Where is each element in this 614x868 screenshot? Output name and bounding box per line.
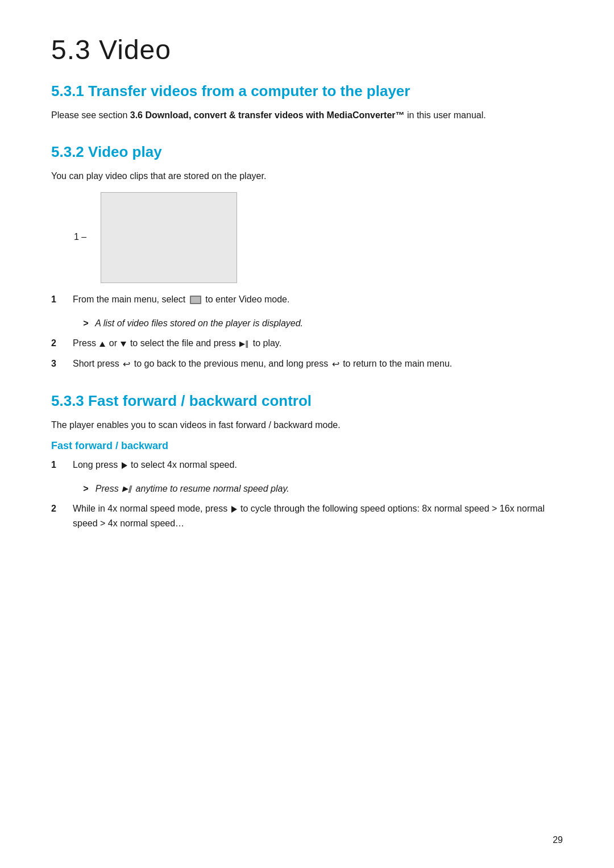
step-532-3-num: 3 [51, 356, 68, 371]
section-531-body: Please see section 3.6 Download, convert… [51, 108, 563, 123]
chevron-right-icon-2: > [83, 484, 88, 493]
section-532: 5.3.2 Video play You can play video clip… [51, 143, 563, 372]
step-532-1-sub-text: A list of video files stored on the play… [95, 318, 303, 328]
back-arrow-icon-2: ↩ [332, 357, 339, 372]
section-531-heading: 5.3.1 Transfer videos from a computer to… [51, 82, 563, 100]
section-533-heading: 5.3.3 Fast forward / backward control [51, 392, 563, 410]
section-532-heading: 5.3.2 Video play [51, 143, 563, 161]
step-533-1: 1 Long press to select 4x normal speed. [51, 458, 563, 472]
step-532-2: 2 Press or to select the file and press … [51, 336, 563, 351]
video-mode-icon [190, 296, 201, 304]
play-pause-icon: ▶‖ [239, 338, 249, 350]
step-533-1-sub: > Press ▶‖ anytime to resume normal spee… [83, 481, 563, 496]
step-533-2-num: 2 [51, 501, 68, 516]
step-532-1-sub: > A list of video files stored on the pl… [83, 316, 563, 331]
triangle-down-icon [121, 342, 126, 347]
section-531-text-bold: 3.6 Download, convert & transfer videos … [130, 110, 405, 120]
page-number: 29 [553, 835, 563, 845]
step-532-1-num: 1 [51, 292, 68, 307]
step-532-1-text: From the main menu, select to enter Vide… [73, 292, 289, 307]
section-533-steps-2: 2 While in 4x normal speed mode, press t… [51, 501, 563, 530]
section-531: 5.3.1 Transfer videos from a computer to… [51, 82, 563, 123]
chevron-right-icon: > [83, 318, 88, 328]
section-533-steps: 1 Long press to select 4x normal speed. [51, 458, 563, 472]
section-531-text-before: Please see section [51, 110, 130, 120]
section-533-sub-heading: Fast forward / backward [51, 440, 563, 452]
triangle-up-icon [99, 342, 105, 347]
play-forward-icon-2 [231, 506, 237, 513]
section-532-intro: You can play video clips that are stored… [51, 169, 563, 184]
step-532-3: 3 Short press ↩ to go back to the previo… [51, 356, 563, 372]
step-533-1-num: 1 [51, 458, 68, 472]
section-532-steps: 1 From the main menu, select to enter Vi… [51, 292, 563, 307]
step-533-2-text: While in 4x normal speed mode, press to … [73, 501, 563, 530]
step-533-1-text: Long press to select 4x normal speed. [73, 458, 237, 472]
main-title: 5.3 Video [51, 34, 563, 65]
page-container: 5.3 Video 5.3.1 Transfer videos from a c… [0, 0, 614, 597]
step-532-2-text: Press or to select the file and press ▶‖… [73, 336, 281, 351]
step-533-2: 2 While in 4x normal speed mode, press t… [51, 501, 563, 530]
step-532-2-num: 2 [51, 336, 68, 351]
section-532-steps-2: 2 Press or to select the file and press … [51, 336, 563, 371]
step-532-1: 1 From the main menu, select to enter Vi… [51, 292, 563, 307]
play-pause-icon-2: ▶‖ [122, 483, 132, 495]
diagram-placeholder [101, 192, 237, 283]
diagram-label: 1 – [74, 232, 86, 242]
step-532-3-text: Short press ↩ to go back to the previous… [73, 356, 452, 372]
back-arrow-icon-1: ↩ [123, 357, 130, 372]
step-533-1-sub-text: Press ▶‖ anytime to resume normal speed … [96, 484, 289, 493]
section-531-text-suffix: in this user manual. [405, 110, 486, 120]
section-533-intro: The player enables you to scan videos in… [51, 418, 563, 433]
section-533: 5.3.3 Fast forward / backward control Th… [51, 392, 563, 531]
diagram-area: 1 – [51, 192, 563, 283]
play-forward-icon-1 [122, 462, 127, 469]
